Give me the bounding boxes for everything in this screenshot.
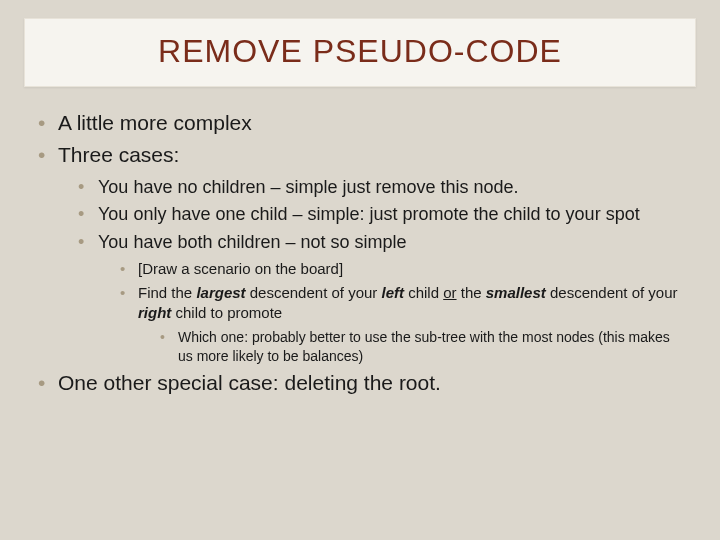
bullet-item: You have no children – simple just remov… xyxy=(76,176,684,200)
bullet-text: the xyxy=(457,284,486,301)
slide-content: A little more complex Three cases: You h… xyxy=(0,87,720,398)
bullet-item: Three cases: You have no children – simp… xyxy=(36,141,684,365)
underline: or xyxy=(443,284,456,301)
bullet-list: A little more complex Three cases: You h… xyxy=(36,109,684,398)
bullet-item: [Draw a scenario on the board] xyxy=(118,259,684,279)
bullet-text: You have both children – not so simple xyxy=(98,232,407,252)
bullet-text: Find the xyxy=(138,284,196,301)
bullet-item: Find the largest descendent of your left… xyxy=(118,283,684,365)
bullet-text: descendent of your xyxy=(546,284,678,301)
slide: REMOVE PSEUDO-CODE A little more complex… xyxy=(0,18,720,540)
bullet-item: You only have one child – simple: just p… xyxy=(76,203,684,227)
bullet-list: Which one: probably better to use the su… xyxy=(138,328,684,366)
title-box: REMOVE PSEUDO-CODE xyxy=(24,18,696,87)
bullet-list: You have no children – simple just remov… xyxy=(58,176,684,366)
bullet-text: descendent of your xyxy=(246,284,382,301)
bullet-item: A little more complex xyxy=(36,109,684,137)
emphasis: smallest xyxy=(486,284,546,301)
emphasis: largest xyxy=(196,284,245,301)
emphasis: left xyxy=(382,284,405,301)
bullet-text: child xyxy=(404,284,443,301)
bullet-text: child to promote xyxy=(171,304,282,321)
bullet-list: [Draw a scenario on the board] Find the … xyxy=(98,259,684,366)
bullet-item: Which one: probably better to use the su… xyxy=(158,328,684,366)
emphasis: right xyxy=(138,304,171,321)
bullet-item: You have both children – not so simple [… xyxy=(76,231,684,365)
bullet-item: One other special case: deleting the roo… xyxy=(36,369,684,397)
bullet-text: Three cases: xyxy=(58,143,179,166)
slide-title: REMOVE PSEUDO-CODE xyxy=(35,33,685,70)
